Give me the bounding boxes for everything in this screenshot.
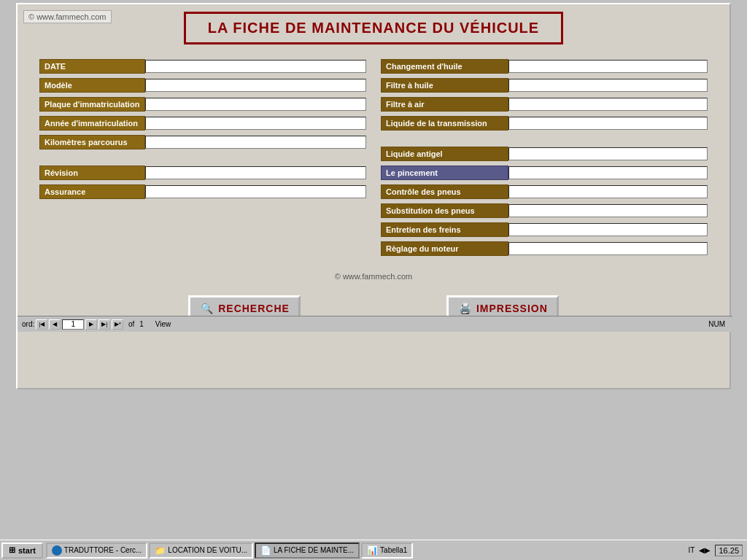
input-km[interactable] <box>145 136 366 149</box>
taskbar-fiche-label: LA FICHE DE MAINTE... <box>274 546 354 554</box>
folder-icon: 📁 <box>155 545 166 556</box>
label-transmission: Liquide de la transmission <box>381 116 508 131</box>
input-date[interactable] <box>145 60 366 73</box>
label-substitution: Substitution des pneus <box>381 203 508 218</box>
label-freins: Entretien des freins <box>381 222 508 237</box>
input-assurance[interactable] <box>145 185 366 198</box>
field-row-huile: Changement d'huile <box>381 59 708 74</box>
field-row-moteur: Règlage du moteur <box>381 241 708 256</box>
total-records: 1 <box>139 320 144 328</box>
label-moteur: Règlage du moteur <box>381 241 508 256</box>
label-pincement: Le pincement <box>381 166 508 180</box>
start-button[interactable]: ⊞ start <box>1 542 43 559</box>
input-filtre-huile[interactable] <box>508 79 708 92</box>
status-bar: ord: |◀ ◀ 1 ▶ ▶| ▶* of 1 View NUM <box>18 316 732 332</box>
status-record-area: ord: |◀ ◀ 1 ▶ ▶| ▶* of 1 <box>18 319 148 330</box>
field-row-transmission: Liquide de la transmission <box>381 116 708 131</box>
field-row-filtre-huile: Filtre à huile <box>381 78 708 93</box>
input-huile[interactable] <box>508 60 708 73</box>
recherche-icon: 🔍 <box>199 300 215 316</box>
input-annee[interactable] <box>145 117 366 130</box>
label-annee: Année d'immatriculation <box>39 116 145 131</box>
globe-icon <box>52 545 62 556</box>
field-row-annee: Année d'immatriculation <box>39 116 366 131</box>
taskbar-right: IT ◀▶ 16.25 <box>689 545 743 556</box>
label-modele: Modèle <box>39 78 145 93</box>
field-row-substitution: Substitution des pneus <box>381 203 708 218</box>
input-modele[interactable] <box>145 79 366 92</box>
input-revision[interactable] <box>145 166 366 179</box>
taskbar-lang: IT <box>689 546 695 554</box>
input-antigel[interactable] <box>508 147 708 160</box>
taskbar-item-location[interactable]: 📁 LOCATION DE VOITU... <box>149 542 253 559</box>
nav-prev-button[interactable]: ◀ <box>49 319 61 330</box>
windows-icon: ⊞ <box>9 545 15 555</box>
taskbar-item-traduttore[interactable]: TRADUTTORE - Cerc... <box>46 542 147 559</box>
nav-new-button[interactable]: ▶* <box>112 319 123 330</box>
label-km: Kilomètres parcourus <box>39 135 145 149</box>
doc-icon: 📄 <box>260 545 271 556</box>
impression-icon: 🖨️ <box>457 300 473 316</box>
input-controle[interactable] <box>508 185 708 198</box>
field-row-pincement: Le pincement <box>381 166 708 180</box>
taskbar: ⊞ start TRADUTTORE - Cerc... 📁 LOCATION … <box>0 540 747 560</box>
of-label: of <box>128 320 134 328</box>
field-row-freins: Entretien des freins <box>381 222 708 237</box>
input-pincement[interactable] <box>508 166 708 179</box>
taskbar-time: 16.25 <box>715 545 743 556</box>
taskbar-arrows: ◀▶ <box>699 546 711 554</box>
form-body: DATE Modèle Plaque d'immatriculation Ann… <box>18 52 729 268</box>
status-view: View <box>155 320 171 328</box>
label-filtre-air: Filtre à air <box>381 97 508 112</box>
right-section: Changement d'huile Filtre à huile Filtre… <box>381 59 708 260</box>
label-plaque: Plaque d'immatriculation <box>39 97 145 112</box>
label-assurance: Assurance <box>39 184 145 199</box>
input-moteur[interactable] <box>508 242 708 255</box>
label-revision: Révision <box>39 166 145 180</box>
field-row-km: Kilomètres parcourus <box>39 135 366 149</box>
nav-last-button[interactable]: ▶| <box>98 319 110 330</box>
taskbar-tabella-label: Tabella1 <box>380 546 407 554</box>
field-row-plaque: Plaque d'immatriculation <box>39 97 366 112</box>
taskbar-items: TRADUTTORE - Cerc... 📁 LOCATION DE VOITU… <box>46 542 689 559</box>
recherche-label: RECHERCHE <box>218 303 290 314</box>
input-freins[interactable] <box>508 223 708 236</box>
start-label: start <box>18 546 36 555</box>
input-plaque[interactable] <box>145 98 366 111</box>
label-controle: Contrôle des pneus <box>381 184 508 199</box>
status-num: NUM <box>708 320 725 328</box>
nav-next-button[interactable]: ▶ <box>85 319 97 330</box>
field-row-revision: Révision <box>39 166 366 180</box>
input-substitution[interactable] <box>508 204 708 217</box>
form-title-bar: LA FICHE DE MAINTENANCE DU VÉHICULE <box>18 4 729 52</box>
field-row-controle: Contrôle des pneus <box>381 184 708 199</box>
taskbar-item-tabella[interactable]: 📊 Tabella1 <box>361 542 413 559</box>
input-transmission[interactable] <box>508 117 708 130</box>
taskbar-location-label: LOCATION DE VOITU... <box>168 546 247 554</box>
current-record: 1 <box>62 319 84 330</box>
watermark-top: © www.fammech.com <box>23 10 112 23</box>
field-row-assurance: Assurance <box>39 184 366 199</box>
form-title: LA FICHE DE MAINTENANCE DU VÉHICULE <box>184 12 563 44</box>
label-antigel: Liquide antigel <box>381 147 508 161</box>
watermark-center: © www.fammech.com <box>18 272 729 281</box>
label-filtre-huile: Filtre à huile <box>381 78 508 93</box>
record-label: ord: <box>22 320 34 328</box>
nav-first-button[interactable]: |◀ <box>36 319 47 330</box>
table-icon: 📊 <box>367 545 378 556</box>
input-filtre-air[interactable] <box>508 98 708 111</box>
left-section: DATE Modèle Plaque d'immatriculation Ann… <box>39 59 366 260</box>
label-huile: Changement d'huile <box>381 59 508 74</box>
field-row-filtre-air: Filtre à air <box>381 97 708 112</box>
field-row-antigel: Liquide antigel <box>381 147 708 161</box>
field-row-modele: Modèle <box>39 78 366 93</box>
field-row-date: DATE <box>39 59 366 74</box>
taskbar-item-fiche[interactable]: 📄 LA FICHE DE MAINTE... <box>255 542 360 559</box>
label-date: DATE <box>39 59 145 74</box>
taskbar-traduttore-label: TRADUTTORE - Cerc... <box>64 546 142 554</box>
main-window: © www.fammech.com LA FICHE DE MAINTENANC… <box>16 3 731 389</box>
impression-label: IMPRESSION <box>476 303 548 314</box>
